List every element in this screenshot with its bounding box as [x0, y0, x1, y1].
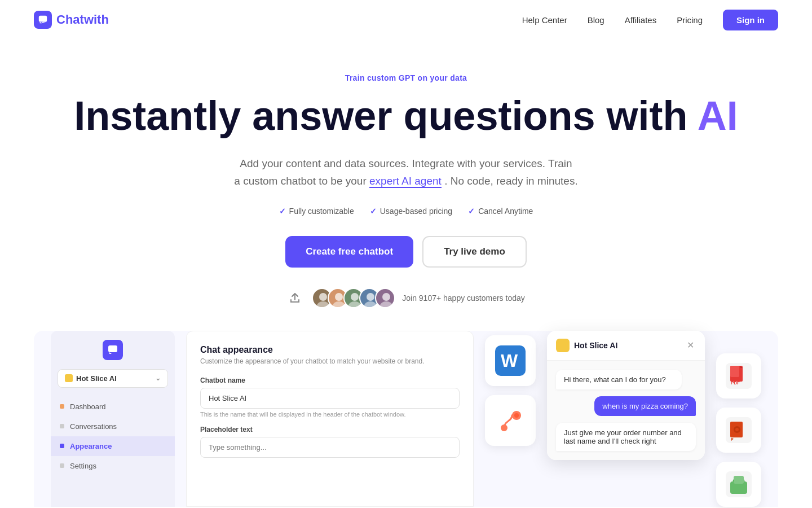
svg-point-2 — [319, 293, 327, 301]
sidebar-item-conversations[interactable]: Conversations — [51, 417, 175, 436]
svg-text:PDF: PDF — [731, 380, 740, 386]
dashboard-preview: Hot Slice AI ⌄ Dashboard Conversations A… — [34, 331, 778, 507]
hero-title: Instantly answer questions with AI — [11, 94, 801, 138]
main-panel: Chat appearance Customize the appearance… — [186, 331, 474, 507]
avatar-5 — [375, 288, 395, 308]
svg-marker-1 — [40, 22, 42, 24]
dashboard-icon — [60, 404, 64, 409]
placeholder-input[interactable] — [200, 437, 460, 458]
integration-store — [716, 462, 761, 507]
svg-point-10 — [382, 293, 390, 301]
svg-rect-12 — [108, 345, 117, 352]
hero-title-part1: Instantly answer questions with — [74, 93, 687, 138]
word-icon: W — [495, 345, 526, 376]
sidebar-dashboard-label: Dashboard — [70, 402, 106, 411]
svg-rect-0 — [39, 16, 47, 22]
check-label-1: Fully customizable — [289, 207, 354, 216]
svg-point-5 — [333, 301, 345, 308]
svg-rect-30 — [734, 476, 744, 484]
integration-hubspot — [485, 395, 536, 446]
sidebar-conversations-label: Conversations — [70, 422, 117, 431]
logo[interactable]: Chatwith — [34, 11, 109, 29]
chat-header: Hot Slice AI ✕ — [547, 331, 705, 361]
chatbot-name-hint: This is the name that will be displayed … — [200, 411, 460, 418]
conversations-icon — [60, 424, 64, 428]
hero-section: Train custom GPT on your data Instantly … — [0, 40, 812, 331]
hero-buttons: Create free chatbot Try live demo — [11, 236, 801, 268]
chat-close-button[interactable]: ✕ — [685, 340, 696, 351]
preview-container: Hot Slice AI ⌄ Dashboard Conversations A… — [34, 331, 778, 507]
sidebar-item-settings[interactable]: Settings — [51, 456, 175, 476]
svg-rect-21 — [730, 366, 739, 377]
logo-svg — [38, 15, 48, 25]
chat-widget: Hot Slice AI ✕ Hi there, what can I do f… — [547, 331, 705, 460]
appearance-icon — [60, 444, 64, 448]
sidebar-appearance-label: Appearance — [70, 442, 112, 450]
chat-widget-col: Hot Slice AI ✕ Hi there, what can I do f… — [547, 331, 705, 507]
svg-text:P: P — [731, 437, 734, 441]
logo-icon — [34, 11, 52, 29]
chatbot-name-input[interactable] — [200, 388, 460, 409]
nav-pricing[interactable]: Pricing — [677, 15, 703, 25]
chatbot-selector-chevron: ⌄ — [155, 374, 161, 382]
sidebar-panel: Hot Slice AI ⌄ Dashboard Conversations A… — [51, 331, 175, 507]
svg-point-17 — [514, 413, 519, 418]
hero-subtitle: Add your content and data sources. Integ… — [231, 155, 581, 190]
hero-check-1: ✓ Fully customizable — [279, 207, 354, 216]
svg-point-4 — [335, 293, 343, 301]
svg-point-18 — [501, 424, 508, 431]
hero-subtitle-part2: a custom chatbot to be your — [234, 175, 366, 187]
hero-subtitle-part3: . No code, ready in minutes. — [444, 175, 578, 187]
svg-point-11 — [380, 301, 392, 308]
navbar: Chatwith Help Center Blog Affiliates Pri… — [0, 0, 812, 40]
svg-point-6 — [351, 293, 359, 301]
nav-help-center[interactable]: Help Center — [522, 15, 567, 25]
check-label-2: Usage-based pricing — [380, 207, 452, 216]
signin-button[interactable]: Sign in — [723, 10, 778, 30]
right-icons-col: PDF P — [716, 331, 761, 507]
nav-links: Help Center Blog Affiliates Pricing Sign… — [522, 10, 778, 30]
check-label-3: Cancel Anytime — [478, 207, 533, 216]
store-icon — [726, 471, 752, 497]
svg-point-9 — [364, 301, 377, 308]
panel-title: Chat appearance — [200, 345, 460, 355]
hubspot-icon — [495, 405, 526, 436]
try-demo-button[interactable]: Try live demo — [422, 236, 527, 268]
nav-affiliates[interactable]: Affiliates — [625, 15, 656, 25]
nav-blog[interactable]: Blog — [588, 15, 604, 25]
hero-title-highlight: AI — [698, 93, 738, 138]
svg-point-3 — [317, 301, 329, 308]
hero-checks: ✓ Fully customizable ✓ Usage-based prici… — [11, 207, 801, 216]
powerpoint-icon: P — [726, 417, 752, 443]
hero-check-2: ✓ Usage-based pricing — [370, 207, 452, 216]
social-proof: Join 9107+ happy customers today — [11, 288, 801, 308]
chatbot-name-label: Chatbot name — [200, 376, 460, 384]
social-proof-text: Join 9107+ happy customers today — [402, 294, 525, 303]
hero-expert-link[interactable]: expert AI agent — [369, 175, 442, 188]
chat-body: Hi there, what can I do for you? when is… — [547, 361, 705, 460]
pdf-icon: PDF — [726, 363, 752, 389]
check-icon-1: ✓ — [279, 207, 286, 216]
chat-bot-name: Hot Slice AI — [574, 341, 617, 350]
chatbot-selector[interactable]: Hot Slice AI ⌄ — [58, 369, 168, 388]
sidebar-item-appearance[interactable]: Appearance — [51, 436, 175, 456]
sidebar-item-dashboard[interactable]: Dashboard — [51, 397, 175, 417]
sidebar-logo-row — [51, 340, 175, 360]
logo-text: Chatwith — [56, 12, 109, 27]
hero-subtitle-part1: Add your content and data sources. Integ… — [240, 157, 572, 169]
avatar-stack — [312, 288, 395, 308]
settings-icon — [60, 463, 64, 468]
create-chatbot-button[interactable]: Create free chatbot — [285, 236, 413, 268]
integration-pdf: PDF — [716, 353, 761, 398]
svg-text:W: W — [501, 351, 518, 371]
chat-message-user-1: when is my pizza coming? — [594, 396, 696, 416]
sidebar-logo-icon — [103, 340, 123, 360]
chat-message-bot-1: Hi there, what can I do for you? — [556, 370, 682, 389]
integration-powerpoint: P — [716, 408, 761, 453]
svg-marker-13 — [109, 352, 112, 354]
placeholder-label: Placeholder text — [200, 426, 460, 433]
check-icon-2: ✓ — [370, 207, 377, 216]
hero-check-3: ✓ Cancel Anytime — [468, 207, 533, 216]
svg-point-26 — [735, 428, 739, 431]
integrations-col: W — [485, 331, 536, 507]
